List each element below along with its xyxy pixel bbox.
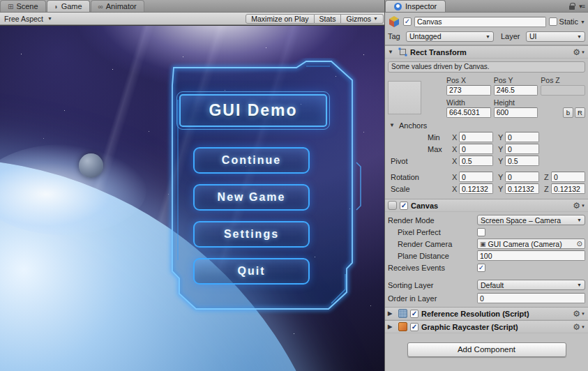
reference-resolution-checkbox[interactable] <box>410 310 419 318</box>
graphic-raycaster-checkbox[interactable] <box>410 323 419 331</box>
pivot-row: Pivot X Y <box>388 155 585 167</box>
canvas-component-header[interactable]: Canvas ⚙▼ <box>385 199 588 212</box>
static-toggle[interactable]: Static ▼ <box>549 17 585 26</box>
menu-title-text: GUI Demo <box>209 101 297 120</box>
gear-icon[interactable]: ⚙▼ <box>573 201 585 211</box>
x-axis-label: X <box>452 185 459 193</box>
gameobject-name-field[interactable] <box>414 17 546 27</box>
scale-x-field[interactable] <box>459 183 493 194</box>
tag-dropdown[interactable]: Untagged ▼ <box>406 31 494 42</box>
static-dropdown-icon[interactable]: ▼ <box>580 20 585 24</box>
height-field[interactable] <box>494 107 538 118</box>
game-controller-icon: ◗ <box>54 3 59 10</box>
render-mode-dropdown[interactable]: Screen Space – Camera ▼ <box>477 215 585 225</box>
y-axis-label: Y <box>498 133 505 142</box>
rect-transform-title: Rect Transform <box>410 48 467 56</box>
anchor-min-x-field[interactable] <box>459 132 493 142</box>
height-label: Height <box>494 98 538 107</box>
quit-button[interactable]: Quit <box>193 258 310 285</box>
continue-label: Continue <box>222 154 281 167</box>
pos-y-field[interactable] <box>494 85 538 96</box>
blueprint-mode-button[interactable]: b <box>563 107 573 118</box>
anchors-foldout[interactable]: ▼ Anchors <box>388 121 452 130</box>
chevron-down-icon: ▼ <box>577 218 582 222</box>
tab-inspector[interactable]: Inspector <box>385 0 446 12</box>
foldout-icon[interactable]: ▼ <box>388 49 395 55</box>
context-menu-icon[interactable]: ▾≡ <box>579 3 585 10</box>
static-label: Static <box>559 17 579 26</box>
gear-icon[interactable]: ⚙▼ <box>573 309 585 319</box>
rotation-x-field[interactable] <box>459 172 493 182</box>
tab-game[interactable]: ◗ Game <box>47 0 90 12</box>
pixel-perfect-checkbox[interactable] <box>477 228 485 236</box>
anchor-preview-widget[interactable] <box>388 81 421 114</box>
inspector-tab-controls: ▾≡ <box>569 3 588 12</box>
receives-events-label: Receives Events <box>388 264 477 272</box>
chevron-down-icon: ▼ <box>577 282 582 287</box>
receives-events-checkbox[interactable] <box>477 264 485 272</box>
width-field[interactable] <box>446 107 491 118</box>
object-picker-icon[interactable]: ⊙ <box>577 241 582 248</box>
pivot-label: Pivot <box>388 157 452 165</box>
static-checkbox[interactable] <box>549 17 557 26</box>
canvas-enabled-checkbox[interactable] <box>400 202 408 210</box>
plane-distance-field[interactable] <box>477 250 585 261</box>
raw-edit-mode-button[interactable]: R <box>575 107 585 118</box>
graphic-raycaster-title: Graphic Raycaster (Script) <box>421 323 518 331</box>
canvas-component-body: Render Mode Screen Space – Camera ▼ Pixe… <box>385 212 588 307</box>
order-in-layer-field[interactable] <box>477 293 585 303</box>
chevron-down-icon: ▼ <box>577 34 582 39</box>
active-checkbox[interactable] <box>403 17 412 26</box>
width-label: Width <box>446 98 491 107</box>
anchor-min-y-field[interactable] <box>505 132 539 142</box>
y-axis-label: Y <box>498 185 505 193</box>
chevron-down-icon: ▼ <box>485 34 490 39</box>
gear-icon[interactable]: ⚙▼ <box>573 47 585 57</box>
animator-icon: ∞ <box>98 3 103 10</box>
render-camera-value: GUI Camera (Camera) <box>488 240 562 248</box>
game-toolbar-buttons: Maximize on Play Stats Gizmos ▼ <box>246 14 384 24</box>
gizmos-dropdown[interactable]: Gizmos ▼ <box>341 14 384 24</box>
stats-button[interactable]: Stats <box>315 14 342 24</box>
x-axis-label: X <box>452 157 459 165</box>
pos-x-field[interactable] <box>446 85 491 96</box>
scene-game-pane: ⊞ Scene ◗ Game ∞ Animator Free Aspect ▼ … <box>0 0 384 371</box>
continue-button[interactable]: Continue <box>193 147 310 174</box>
tab-animator[interactable]: ∞ Animator <box>91 0 144 12</box>
z-axis-label: Z <box>544 173 551 181</box>
layer-dropdown[interactable]: UI ▼ <box>526 31 585 42</box>
foldout-icon[interactable]: ▶ <box>388 324 395 330</box>
maximize-on-play-button[interactable]: Maximize on Play <box>246 14 314 24</box>
aspect-ratio-value: Free Aspect <box>4 15 43 23</box>
scale-z-field[interactable] <box>551 183 585 194</box>
z-axis-label: Z <box>544 185 551 193</box>
foldout-icon[interactable]: ▶ <box>388 310 395 317</box>
gear-icon[interactable]: ⚙▼ <box>573 322 585 332</box>
rect-transform-header[interactable]: ▼ Rect Transform ⚙▼ <box>385 45 588 59</box>
reference-resolution-header[interactable]: ▶ Reference Resolution (Script) ⚙▼ <box>385 307 588 320</box>
pivot-x-field[interactable] <box>459 156 493 166</box>
add-component-button[interactable]: Add Component <box>407 342 566 357</box>
rotation-y-field[interactable] <box>505 172 539 182</box>
rotation-z-field[interactable] <box>551 172 585 182</box>
tab-scene-label: Scene <box>16 2 38 10</box>
settings-button[interactable]: Settings <box>193 221 310 248</box>
x-axis-label: X <box>452 173 459 181</box>
sorting-layer-dropdown[interactable]: Default ▼ <box>477 280 585 290</box>
lock-icon[interactable] <box>569 6 575 10</box>
new-game-button[interactable]: New Game <box>193 184 310 211</box>
maximize-on-play-label: Maximize on Play <box>251 15 308 23</box>
pos-z-field[interactable] <box>541 85 585 96</box>
scale-y-field[interactable] <box>505 183 539 194</box>
x-axis-label: X <box>452 145 459 153</box>
pivot-y-field[interactable] <box>505 156 539 166</box>
render-camera-object-field[interactable]: ▣ GUI Camera (Camera) ⊙ <box>477 238 585 249</box>
anchor-max-y-field[interactable] <box>505 144 539 154</box>
anchor-max-x-field[interactable] <box>459 144 493 154</box>
canvas-component-icon <box>388 201 397 210</box>
graphic-raycaster-header[interactable]: ▶ Graphic Raycaster (Script) ⚙▼ <box>385 320 588 333</box>
aspect-ratio-dropdown[interactable]: Free Aspect ▼ <box>1 14 84 24</box>
game-view-toolbar: Free Aspect ▼ Maximize on Play Stats Giz… <box>0 13 384 25</box>
render-camera-label: Render Camera <box>388 240 477 248</box>
tab-scene[interactable]: ⊞ Scene <box>0 0 46 12</box>
